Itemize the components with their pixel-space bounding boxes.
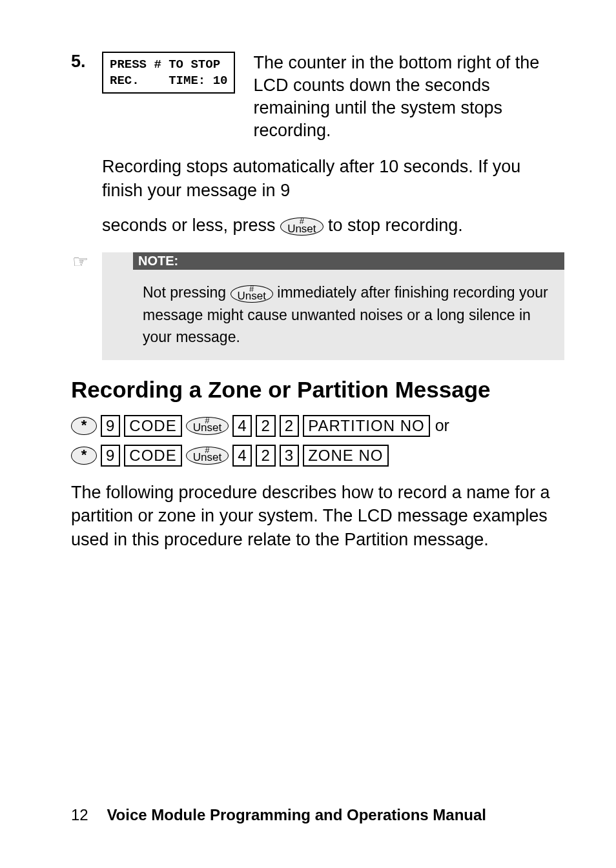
key-2: 2 [256, 415, 275, 437]
step-5-row: 5. PRESS # TO STOP REC. TIME: 10 The cou… [71, 52, 564, 142]
key-3: 3 [280, 445, 299, 467]
star-key-icon: * [71, 447, 97, 465]
note-block: ☞ NOTE: Not pressing # Unset immediately… [102, 252, 564, 360]
page-content: 5. PRESS # TO STOP REC. TIME: 10 The cou… [0, 0, 616, 587]
key-4: 4 [232, 445, 252, 467]
paragraph-2b: to stop recording. [328, 216, 463, 235]
key-2: 2 [256, 445, 275, 467]
key-9: 9 [101, 415, 120, 437]
note-header: NOTE: [133, 252, 564, 270]
key-2: 2 [280, 415, 299, 437]
footer-title: Voice Module Programming and Operations … [107, 806, 486, 823]
key-code: CODE [124, 415, 181, 437]
key-zone-no: ZONE NO [303, 445, 388, 467]
unset-key-icon: # Unset [280, 217, 323, 236]
unset-key-icon: # Unset [186, 417, 229, 435]
unset-key-icon: # Unset [231, 285, 273, 303]
section-heading: Recording a Zone or Partition Message [71, 376, 564, 403]
procedure-paragraph: The following procedure describes how to… [71, 481, 564, 551]
unset-key-label: Unset [238, 291, 266, 301]
unset-key-icon: # Unset [186, 447, 229, 465]
page-number: 12 [71, 806, 88, 823]
lcd-line-1: PRESS # TO STOP [110, 57, 220, 72]
paragraph-2a: seconds or less, press [102, 216, 280, 235]
step-description: The counter in the bottom right of the L… [253, 52, 564, 142]
key-4: 4 [232, 415, 252, 437]
step-number: 5. [71, 52, 102, 72]
unset-key-label: Unset [193, 423, 221, 432]
unset-key-label: Unset [193, 452, 221, 462]
note-body: Not pressing # Unset immediately after f… [133, 270, 564, 360]
note-body-a: Not pressing [143, 284, 231, 301]
paragraph-1: Recording stops automatically after 10 s… [102, 155, 564, 202]
note-hand-icon: ☞ [72, 251, 88, 272]
unset-key-label: Unset [287, 224, 316, 234]
or-text: or [434, 416, 449, 435]
key-partition-no: PARTITION NO [303, 415, 429, 437]
lcd-display: PRESS # TO STOP REC. TIME: 10 [102, 52, 235, 94]
key-9: 9 [101, 445, 120, 467]
key-sequence-zone: * 9 CODE # Unset 4 2 3 ZONE NO [71, 445, 564, 467]
lcd-line-2: REC. TIME: 10 [110, 74, 227, 88]
paragraph-2: seconds or less, press # Unset to stop r… [102, 212, 564, 239]
page-footer: 12 Voice Module Programming and Operatio… [71, 806, 564, 824]
key-sequence-partition: * 9 CODE # Unset 4 2 2 PARTITION NO or [71, 415, 564, 437]
star-key-icon: * [71, 417, 97, 435]
key-code: CODE [124, 445, 181, 467]
